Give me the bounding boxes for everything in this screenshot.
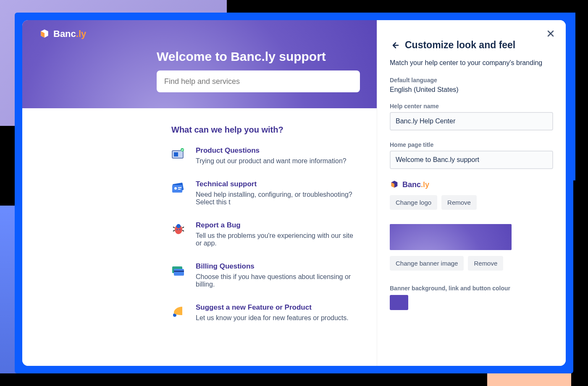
change-banner-button[interactable]: Change banner image [390, 256, 464, 271]
help-center-name-input[interactable] [390, 112, 553, 130]
section-title: What can we help you with? [171, 125, 360, 135]
arrow-left-icon [390, 41, 399, 50]
logo-icon [390, 180, 399, 189]
megaphone-icon [171, 304, 186, 318]
topic-billing-questions[interactable]: Billing Questions Choose this if you hav… [171, 262, 360, 288]
topic-report-bug[interactable]: Report a Bug Tell us the problems you're… [171, 221, 360, 247]
svg-rect-1 [174, 152, 178, 156]
brand-suffix: .ly [76, 29, 86, 39]
topic-title: Technical support [196, 180, 360, 188]
topic-title: Billing Questions [196, 262, 360, 271]
home-page-title-label: Home page title [390, 141, 553, 148]
svg-point-9 [176, 224, 181, 228]
svg-rect-6 [178, 187, 181, 188]
brand-name: Banc [402, 180, 421, 189]
brand-logo: Banc.ly [39, 29, 360, 39]
logo-icon [39, 29, 50, 39]
id-card-icon [171, 181, 186, 195]
color-swatch[interactable] [390, 295, 408, 310]
topic-title: Product Questions [196, 146, 346, 155]
svg-rect-14 [174, 271, 184, 272]
topic-technical-support[interactable]: Technical support Need help installing, … [171, 180, 360, 206]
customize-panel: Customize look and feel Match your help … [377, 20, 566, 366]
color-label: Banner background, link and button colou… [390, 285, 553, 292]
topic-product-questions[interactable]: Product Questions Trying out our product… [171, 146, 360, 165]
topic-desc: Trying out our product and want more inf… [196, 157, 346, 165]
default-language-label: Default language [390, 77, 553, 83]
close-icon [546, 29, 555, 38]
hero-banner: Banc.ly Welcome to Banc.ly support [22, 20, 377, 108]
remove-banner-button[interactable]: Remove [468, 256, 503, 271]
panel-subtitle: Match your help center to your company's… [390, 59, 553, 67]
help-center-name-label: Help center name [390, 103, 553, 110]
topic-desc: Let us know your idea for new features o… [196, 314, 349, 322]
back-button[interactable] [390, 41, 399, 50]
topic-suggest-feature[interactable]: Suggest a new Feature or Product Let us … [171, 303, 360, 322]
bug-icon [171, 222, 186, 236]
change-logo-button[interactable]: Change logo [390, 195, 437, 210]
brand-name: Banc [53, 29, 76, 39]
search-input[interactable] [157, 70, 360, 92]
svg-point-11 [179, 229, 181, 230]
svg-point-5 [174, 187, 177, 190]
topic-title: Report a Bug [196, 221, 360, 230]
default-language-value: English (United States) [390, 86, 553, 94]
svg-point-10 [177, 229, 178, 230]
svg-rect-7 [178, 189, 181, 190]
svg-rect-13 [174, 269, 184, 276]
topic-title: Suggest a new Feature or Product [196, 303, 349, 312]
panel-title: Customize look and feel [405, 39, 515, 51]
credit-card-icon [171, 263, 186, 277]
brand-suffix: .ly [421, 180, 429, 189]
banner-preview [390, 224, 512, 250]
svg-rect-4 [172, 185, 182, 193]
remove-logo-button[interactable]: Remove [441, 195, 477, 210]
hero-title: Welcome to Banc.ly support [157, 50, 360, 64]
topic-desc: Choose this if you have questions about … [196, 273, 360, 288]
close-button[interactable] [546, 29, 555, 38]
logo-preview: Banc.ly [390, 180, 553, 189]
home-page-title-input[interactable] [390, 151, 553, 169]
topic-desc: Need help installing, configuring, or tr… [196, 191, 360, 206]
topic-desc: Tell us the problems you're experiencing… [196, 232, 360, 247]
monitor-icon [171, 147, 186, 162]
